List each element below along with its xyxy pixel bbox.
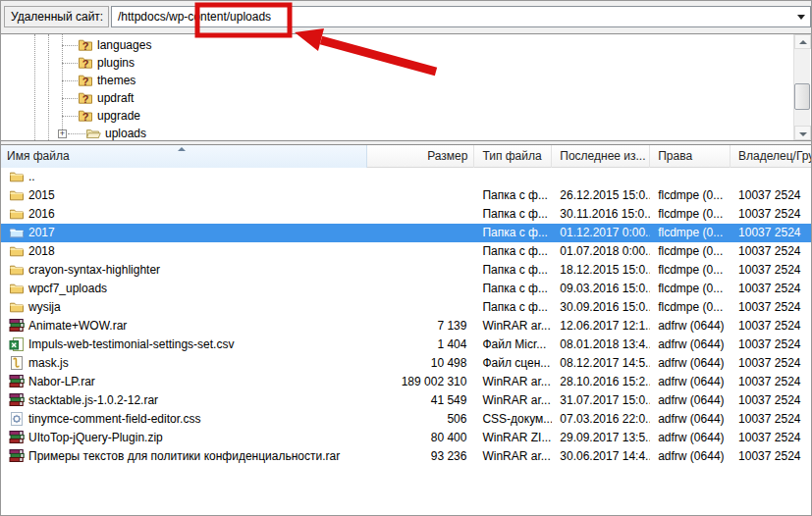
table-row[interactable]: mask.js10 498Файл сцен...08.12.2017 14:5… [1,354,811,373]
table-row[interactable]: 2017Папка с ф...01.12.2017 0:00...flcdmp… [1,224,811,242]
winrar-icon [9,448,25,464]
file-name-cell: Impuls-web-testimonial-settings-set.csv [1,335,367,354]
table-row[interactable]: Impuls-web-testimonial-settings-set.csv1… [1,335,811,354]
tree-connector-line [62,45,78,46]
table-row[interactable]: 2018Папка с ф...01.07.2018 0:00...flcdmp… [1,242,811,261]
winrar-icon [9,374,25,389]
table-row[interactable]: wpcf7_uploadsПапка с ф...09.03.2016 15:0… [1,280,811,298]
file-name-label: Animate+WOW.rar [28,319,127,333]
file-size-cell [367,205,475,224]
file-modified-cell: 09.03.2016 15:0... [552,280,650,298]
column-header-5[interactable]: Владелец/Гру [731,145,811,168]
file-size-cell: 189 002 310 [367,373,475,391]
file-perms-cell: adfrw (0644) [650,429,731,447]
column-header-2[interactable]: Тип файла [474,145,552,168]
column-header-0[interactable]: Имя файла [1,145,367,168]
table-row[interactable]: tinymce-comment-field-editor.css506CSS-д… [1,410,811,429]
file-type-cell: Папка с ф... [474,261,552,280]
file-name-label: mask.js [28,356,69,370]
file-name-cell: 2016 [1,205,367,224]
open-folder-icon [85,126,101,141]
folder-icon [9,206,25,222]
remote-path-combobox[interactable]: /httpdocs/wp-content/uploads [111,6,811,27]
tree-item-label: upgrade [97,107,140,125]
table-row[interactable]: stacktable.js-1.0.2-12.rar41 549WinRAR a… [1,391,811,410]
chevron-down-icon [797,15,805,20]
svg-text:?: ? [82,76,89,87]
file-perms-cell: flcdmpe (0... [650,280,731,298]
file-name-label: 2015 [28,188,55,202]
file-perms-cell: adfrw (0644) [650,354,731,373]
file-name-label: wpcf7_uploads [28,282,107,295]
tree-connector-line [62,98,78,99]
file-owner-cell: 10037 2524 [731,317,811,335]
file-modified-cell: 30.09.2016 15:0... [552,298,650,317]
file-perms-cell: adfrw (0644) [650,447,731,466]
table-row[interactable]: 2016Папка с ф...30.11.2016 15:0...flcdmp… [1,205,811,224]
file-name-label: tinymce-comment-field-editor.css [28,412,200,426]
file-modified-cell: 28.10.2016 15:2... [552,373,650,391]
tree-vertical-scrollbar[interactable] [793,34,810,140]
table-row[interactable]: UItoTop-jQuery-Plugin.zip80 400WinRAR ZI… [1,429,811,447]
file-modified-cell: 30.11.2016 15:0... [552,205,650,224]
scrollbar-thumb[interactable] [794,83,810,110]
file-type-cell: WinRAR ar... [474,373,552,391]
file-type-cell: WinRAR ar... [474,447,552,466]
scroll-down-button[interactable] [794,126,811,140]
file-size-cell [367,261,475,280]
table-row[interactable]: Nabor-LP.rar189 002 310WinRAR ar...28.10… [1,373,811,391]
folder-icon [9,187,25,203]
file-size-cell [367,280,475,298]
file-type-cell: WinRAR ar... [474,317,552,335]
file-owner-cell: 10037 2524 [731,186,811,205]
tree-item-languages[interactable]: ?languages [1,36,811,54]
question-folder-icon: ? [78,73,93,88]
scroll-up-button[interactable] [794,34,811,49]
file-modified-cell [552,168,650,186]
ftp-client-remote-pane: Удаленный сайт: /httpdocs/wp-content/upl… [0,0,812,516]
table-row[interactable]: Примеры текстов для политики конфиденциа… [1,447,811,466]
file-name-cell: .. [1,168,367,186]
table-row[interactable]: crayon-syntax-highlighterПапка с ф...18.… [1,261,811,280]
file-name-label: UItoTop-jQuery-Plugin.zip [28,431,163,444]
file-name-label: .. [28,170,35,183]
tree-item-upgrade[interactable]: ?upgrade [1,107,811,125]
table-row[interactable]: Animate+WOW.rar7 139WinRAR ar...12.06.20… [1,317,811,335]
arrow-up-icon [799,40,807,44]
file-name-cell: mask.js [1,354,367,373]
file-owner-cell [731,168,811,186]
question-folder-icon: ? [78,108,93,124]
tree-item-uploads[interactable]: +uploads [1,125,811,141]
tree-item-themes[interactable]: ?themes [1,72,811,89]
table-row[interactable]: wysijaПапка с ф...30.09.2016 15:0...flcd… [1,298,811,317]
file-type-cell: WinRAR ar... [474,391,552,410]
file-perms-cell: adfrw (0644) [650,391,731,410]
column-header-4[interactable]: Права [650,145,731,168]
column-header-1[interactable]: Размер [367,145,475,168]
file-perms-cell: flcdmpe (0... [650,298,731,317]
file-perms-cell: flcdmpe (0... [650,242,731,261]
folder-icon [9,281,25,296]
file-type-cell: Папка с ф... [474,280,552,298]
file-size-cell: 7 139 [367,317,475,335]
file-owner-cell: 10037 2524 [731,429,811,447]
tree-item-label: languages [97,36,151,54]
svg-text:?: ? [82,93,89,105]
file-owner-cell: 10037 2524 [731,335,811,354]
file-name-label: Nabor-LP.rar [28,375,95,388]
tree-connector-line [62,80,78,81]
table-row[interactable]: 2015Папка с ф...26.12.2015 15:0...flcdmp… [1,186,811,205]
file-name-label: Примеры текстов для политики конфиденциа… [28,449,340,463]
file-perms-cell [650,168,731,186]
file-name-cell: stacktable.js-1.0.2-12.rar [1,391,367,410]
file-modified-cell: 29.09.2017 13:5... [552,429,650,447]
column-header-3[interactable]: Последнее из... [552,145,650,168]
file-modified-cell: 30.06.2017 14:4... [552,447,650,466]
file-name-cell: 2017 [1,224,367,242]
css-icon [9,411,25,427]
tree-expand-button[interactable]: + [58,129,67,138]
table-row[interactable]: .. [1,168,811,186]
tree-item-plugins[interactable]: ?plugins [1,54,811,72]
tree-item-updraft[interactable]: ?updraft [1,89,811,107]
combo-dropdown-button[interactable] [792,7,810,26]
